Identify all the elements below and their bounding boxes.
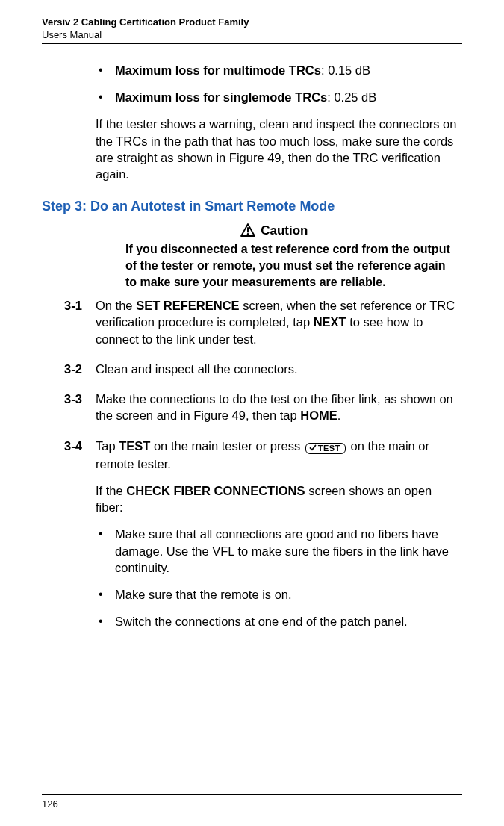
text: If the <box>96 484 126 497</box>
step-number: 3-3 <box>64 391 82 407</box>
step-body: Tap TEST on the main tester or press TES… <box>96 438 462 630</box>
doc-title: Versiv 2 Cabling Certification Product F… <box>42 16 462 29</box>
section-heading: Step 3: Do an Autotest in Smart Remote M… <box>42 199 462 214</box>
step-number: 3-1 <box>64 297 82 314</box>
text: On the <box>96 299 136 312</box>
doc-subtitle: Users Manual <box>42 29 462 42</box>
page-content: Maximum loss for multimode TRCs: 0.15 dB… <box>42 62 462 630</box>
paragraph: If the tester shows a warning, clean and… <box>96 116 462 182</box>
caution-block: Caution If you disconnected a test refer… <box>96 223 462 290</box>
bullet-label: Maximum loss for singlemode TRCs <box>115 90 327 104</box>
key-label: TEST <box>318 444 340 453</box>
list-item: Switch the connections at one end of the… <box>96 613 462 630</box>
caution-body: If you disconnected a test reference cor… <box>125 241 453 290</box>
bullet-value: : 0.25 dB <box>327 90 376 104</box>
text: Tap <box>96 439 119 453</box>
page-number: 126 <box>42 798 58 810</box>
warning-icon <box>240 223 261 237</box>
footer-divider <box>42 794 462 795</box>
svg-point-2 <box>247 233 249 235</box>
step-item: 3-1 On the SET REFERENCE screen, when th… <box>64 297 462 347</box>
step-number: 3-4 <box>64 438 82 454</box>
step-item: 3-2 Clean and inspect all the connectors… <box>64 361 462 377</box>
paragraph: If the CHECK FIBER CONNECTIONS screen sh… <box>96 482 462 516</box>
caution-label: Caution <box>261 223 308 237</box>
step-item: 3-3 Make the connections to do the test … <box>64 391 462 424</box>
list-item: Make sure that the remote is on. <box>96 586 462 603</box>
ui-term: SET REFERENCE <box>136 299 239 312</box>
text: Clean and inspect all the connectors. <box>96 362 298 376</box>
ui-term: CHECK FIBER CONNECTIONS <box>126 484 305 497</box>
ui-term: TEST <box>119 439 150 453</box>
list-item: Maximum loss for singlemode TRCs: 0.25 d… <box>96 89 462 105</box>
bullet-label: Maximum loss for multimode TRCs <box>115 63 321 77</box>
test-key-icon: TEST <box>305 438 346 455</box>
ui-term: HOME <box>300 409 337 422</box>
text: Make the connections to do the test on t… <box>96 392 453 422</box>
step-number: 3-2 <box>64 361 82 377</box>
caution-header: Caution <box>96 223 453 238</box>
ui-term: NEXT <box>314 315 346 329</box>
step-body: Clean and inspect all the connectors. <box>96 361 462 377</box>
bullet-value: : 0.15 dB <box>321 63 370 77</box>
list-item: Maximum loss for multimode TRCs: 0.15 dB <box>96 62 462 78</box>
step-body: On the SET REFERENCE screen, when the se… <box>96 297 462 347</box>
text: . <box>337 409 341 422</box>
list-item: Make sure that all connections are good … <box>96 526 462 576</box>
step-body: Make the connections to do the test on t… <box>96 391 462 424</box>
text: on the main tester or press <box>150 439 303 453</box>
header-divider <box>42 43 462 44</box>
step-item: 3-4 Tap TEST on the main tester or press… <box>64 438 462 630</box>
